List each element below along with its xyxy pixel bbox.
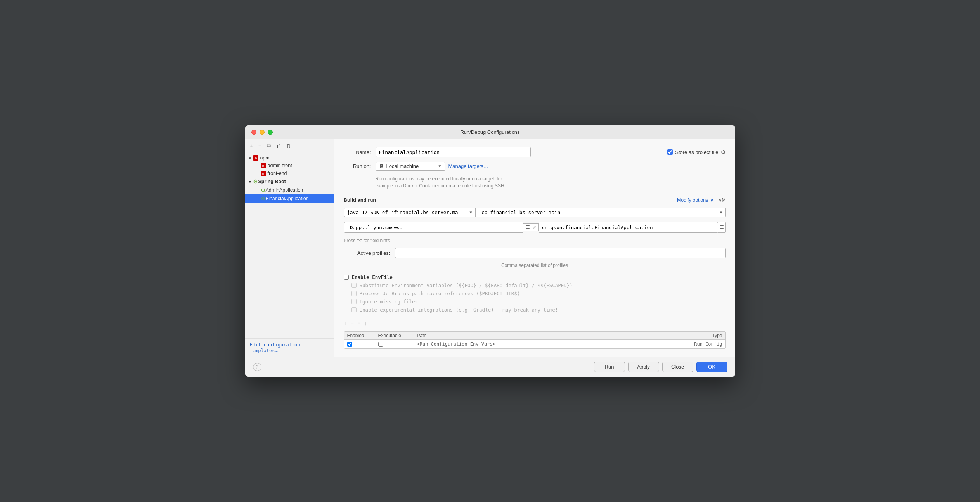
run-debug-dialog: Run/Debug Configurations + − ⧉ ↱ ⇅ ▼ n n… [245,125,735,377]
admin-application-label: AdminApplication [266,187,303,193]
name-input[interactable] [376,147,531,157]
sidebar-item-admin-front[interactable]: n admin-front [245,162,334,170]
envfile-move-down-button[interactable]: ↓ [364,320,367,327]
edit-templates-link[interactable]: Edit configuration templates… [250,342,300,353]
envfile-row-enabled-checkbox[interactable] [347,342,352,347]
envfile-move-up-button[interactable]: ↑ [358,320,360,327]
experimental-label: Enable experimental integrations (e.g. G… [360,307,558,313]
gear-button[interactable]: ⚙ [721,149,726,155]
ignore-missing-label: Ignore missing files [360,299,418,305]
field-hint-text: Press ⌥ for field hints [344,238,390,243]
envfile-add-button[interactable]: + [344,320,347,327]
envfile-section: Enable EnvFile Substitute Environment Va… [344,274,726,313]
cp-select[interactable]: -cp financial.bs-server.main ▼ [476,208,726,217]
envfile-type-cell: Run Config [676,341,722,347]
spring-boot-icon: ⚙ [253,178,258,185]
enable-envfile-label: Enable EnvFile [352,274,393,280]
dialog-footer: ? Run Apply Close OK [245,357,735,377]
enable-envfile-checkbox[interactable] [344,275,349,280]
manage-targets-link[interactable]: Manage targets… [448,163,488,169]
process-macro-label: Process JetBrains path macro references … [360,291,520,296]
minimize-window-button[interactable] [260,130,265,135]
local-machine-select[interactable]: 🖥 Local machine ▼ [376,162,445,171]
table-row: <Run Configuration Env Vars> Run Config [344,340,725,348]
copy-config-button[interactable]: ⧉ [265,142,272,150]
sidebar-item-spring-boot[interactable]: ▼ ⚙ Spring Boot [245,177,334,186]
sidebar-footer: Edit configuration templates… [245,338,334,357]
main-class-browse-button[interactable]: ☰ [718,222,726,233]
local-machine-dropdown-icon: ▼ [438,164,442,168]
run-on-row: Run on: 🖥 Local machine ▼ Manage targets… [344,162,726,171]
process-macro-row: Process JetBrains path macro references … [351,291,726,296]
ignore-missing-row: Ignore missing files [351,299,726,305]
active-profiles-label: Active profiles: [344,250,390,256]
maximize-window-button[interactable] [268,130,273,135]
close-button[interactable]: Close [662,362,693,372]
npm-icon: n [253,155,258,161]
front-end-label: front-end [268,171,287,176]
npm-label: npm [260,155,269,161]
vm-options-input[interactable] [344,222,523,233]
sidebar-item-npm[interactable]: ▼ n npm [245,154,334,162]
admin-front-label: admin-front [268,163,292,168]
help-button[interactable]: ? [253,363,261,371]
sdk-value-label: java 17 SDK of 'financial.bs-server.ma [347,209,458,215]
sidebar-tree: ▼ n npm n admin-front n front-end [245,152,334,338]
substitute-env-row: Substitute Environment Variables (${FOO}… [351,282,726,288]
envfile-table: Enabled Executable Path Type <Run Config… [344,331,726,349]
cp-value-label: -cp financial.bs-server.main [479,209,561,215]
main-class-input[interactable] [539,222,718,233]
sdk-select[interactable]: java 17 SDK of 'financial.bs-server.ma ▼ [344,208,476,217]
sort-button[interactable]: ⇅ [285,142,293,150]
title-bar: Run/Debug Configurations [245,125,735,139]
sidebar-item-admin-application[interactable]: ⚙ AdminApplication [245,186,334,194]
remove-config-button[interactable]: − [257,142,263,150]
envfile-remove-button[interactable]: − [351,320,354,327]
store-file-row: Store as project file ⚙ [667,149,725,155]
sidebar-item-front-end[interactable]: n front-end [245,170,334,177]
build-run-section-header: Build and run Modify options ∨ ∨M [344,197,726,203]
add-config-button[interactable]: + [248,142,255,150]
financial-app-icon: ⚙ [261,196,266,202]
envfile-toolbar: + − ↑ ↓ [344,320,726,327]
move-into-button[interactable]: ↱ [275,142,282,150]
envfile-col-path: Path [417,333,676,338]
run-hint: Run configurations may be executed local… [376,175,726,189]
vm-expand-button[interactable]: ⤢ [532,224,537,231]
main-layout: + − ⧉ ↱ ⇅ ▼ n npm n admin-front [245,139,735,357]
envfile-enabled-cell [347,342,378,347]
name-row: Name: Store as project file ⚙ [344,147,726,157]
envfile-table-header: Enabled Executable Path Type [344,332,725,340]
ignore-missing-checkbox[interactable] [351,299,357,304]
run-on-select-area: 🖥 Local machine ▼ Manage targets… [376,162,488,171]
vm-shortcut-label: ∨M [719,197,726,203]
modify-options-button[interactable]: Modify options ∨ ∨M [677,197,726,203]
active-profiles-input[interactable] [395,248,726,258]
sdk-dropdown-icon: ▼ [469,210,472,215]
substitute-env-checkbox[interactable] [351,283,357,288]
field-hint: Press ⌥ for field hints [344,237,726,243]
apply-button[interactable]: Apply [628,362,659,372]
content-panel: Name: Store as project file ⚙ Run on: 🖥 … [334,139,735,357]
cp-dropdown-icon: ▼ [720,210,722,215]
sidebar-item-financial-application[interactable]: ⚙ FinancialApplication [245,194,334,203]
envfile-row-executable-checkbox[interactable] [378,342,383,347]
admin-app-icon: ⚙ [261,187,266,193]
ok-button[interactable]: OK [696,362,727,372]
vm-browse-button[interactable]: ☰ [525,224,531,231]
vm-options-row: ☰ ⤢ ☰ [344,222,726,233]
process-macro-checkbox[interactable] [351,291,357,296]
npm-arrow-icon: ▼ [248,156,252,160]
window-controls [251,130,273,135]
run-button[interactable]: Run [594,362,625,372]
modify-options-arrow-icon: ∨ [710,197,714,203]
spring-boot-label: Spring Boot [258,179,286,184]
envfile-executable-cell [378,342,417,347]
close-window-button[interactable] [251,130,256,135]
modify-options-label: Modify options [677,197,708,203]
local-machine-label: Local machine [386,163,419,169]
local-machine-icon: 🖥 [379,163,384,169]
experimental-checkbox[interactable] [351,307,357,312]
store-as-project-checkbox[interactable] [667,149,673,155]
profiles-hint: Comma separated list of profiles [344,263,726,268]
